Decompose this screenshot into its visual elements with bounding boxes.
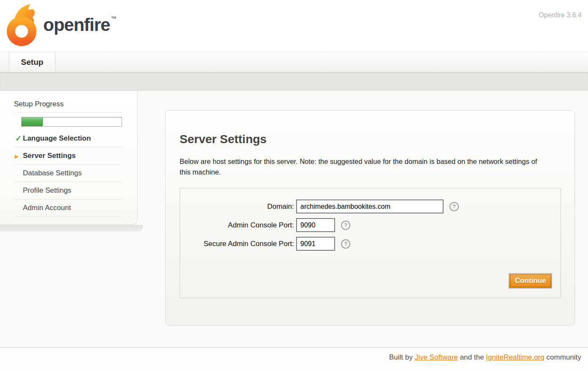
footer-suffix: community: [544, 353, 581, 361]
help-icon[interactable]: ?: [341, 221, 350, 230]
version-label: Openfire 3.6.4: [539, 11, 582, 19]
step-label: Profile Settings: [23, 186, 71, 194]
domain-input[interactable]: [296, 199, 444, 213]
arrow-right-icon: ▶: [15, 154, 18, 159]
step-server-settings: ▶ Server Settings: [14, 147, 122, 165]
secure-admin-console-port-input[interactable]: [296, 237, 335, 251]
step-label: Database Settings: [23, 169, 82, 177]
footer: Built by Jive Software and the IgniteRea…: [0, 347, 588, 371]
igniterealtime-link[interactable]: IgniteRealtime.org: [486, 353, 544, 361]
admin-console-port-label: Admin Console Port:: [180, 221, 296, 230]
help-icon[interactable]: ?: [449, 202, 459, 211]
sidebar-shadow: [0, 225, 143, 232]
tab-bar: Setup: [0, 52, 588, 72]
footer-prefix: Built by: [389, 353, 414, 361]
form-row-admin-port: Admin Console Port: ?: [180, 218, 560, 232]
tab-setup-label: Setup: [21, 58, 44, 66]
header: openfire ™ Openfire 3.6.4: [0, 0, 588, 52]
step-database-settings: Database Settings: [14, 165, 122, 182]
trademark-symbol: ™: [111, 15, 116, 22]
page-description: Below are host settings for this server.…: [180, 156, 546, 177]
content-area: Setup Progress ✓ Language Selection ▶ Se…: [0, 91, 588, 347]
sub-nav-bar: [0, 72, 588, 91]
setup-steps-list: ✓ Language Selection ▶ Server Settings D…: [14, 130, 122, 217]
admin-console-port-input[interactable]: [296, 218, 335, 232]
jive-software-link[interactable]: Jive Software: [415, 353, 458, 361]
setup-progress-bar: [21, 117, 122, 127]
step-label: Language Selection: [23, 134, 91, 142]
logo-wordmark: openfire: [43, 15, 110, 35]
main-panel: Server Settings Below are host settings …: [165, 110, 575, 325]
step-profile-settings: Profile Settings: [14, 182, 122, 199]
setup-progress-sidebar: Setup Progress ✓ Language Selection ▶ Se…: [0, 91, 138, 225]
form-row-secure-admin-port: Secure Admin Console Port: ?: [180, 237, 560, 251]
tab-setup[interactable]: Setup: [9, 52, 55, 72]
sidebar-title: Setup Progress: [14, 100, 122, 113]
secure-admin-console-port-label: Secure Admin Console Port:: [180, 240, 296, 248]
check-icon: ✓: [15, 134, 22, 143]
openfire-logo: openfire ™: [7, 3, 116, 47]
help-icon[interactable]: ?: [341, 239, 350, 249]
setup-progress-fill: [22, 117, 43, 126]
openfire-setup-page: openfire ™ Openfire 3.6.4 Setup Setup Pr…: [0, 0, 588, 371]
step-label: Admin Account: [23, 204, 71, 212]
continue-button[interactable]: Continue: [509, 273, 552, 288]
footer-middle: and the: [458, 353, 486, 361]
page-title: Server Settings: [180, 133, 561, 146]
openfire-flame-icon: [7, 3, 40, 47]
footer-credits: Built by Jive Software and the IgniteRea…: [0, 348, 588, 362]
step-language-selection: ✓ Language Selection: [14, 130, 122, 147]
step-admin-account: Admin Account: [14, 199, 122, 217]
domain-label: Domain:: [180, 202, 296, 211]
server-settings-form: Domain: ? Admin Console Port: ? Secure A…: [180, 188, 561, 298]
step-label: Server Settings: [23, 152, 76, 160]
form-row-domain: Domain: ?: [180, 199, 560, 213]
